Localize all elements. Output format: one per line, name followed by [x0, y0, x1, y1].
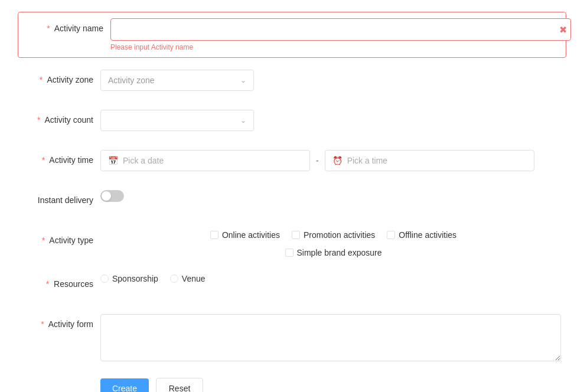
date-picker[interactable]: 📅 Pick a date [100, 150, 310, 171]
time-separator: - [316, 156, 319, 165]
activity-count-row: * Activity count ⌄ [18, 110, 566, 133]
resources-radio-group: Sponsorship Venue [100, 274, 205, 283]
radio-circle-sponsorship [100, 275, 109, 283]
resources-content: Sponsorship Venue [100, 274, 566, 283]
checkbox-box-offline [387, 231, 395, 239]
checkbox-simple-brand[interactable]: Simple brand exposure [285, 248, 382, 257]
activity-time-content: 📅 Pick a date - ⏰ Pick a time [100, 150, 566, 171]
time-placeholder: Pick a time [347, 156, 387, 165]
form-container: * Activity name ✖ Please input Activity … [0, 0, 584, 392]
radio-label-sponsorship: Sponsorship [112, 274, 158, 283]
checkbox-online[interactable]: Online activities [210, 230, 280, 240]
activity-form-textarea[interactable] [100, 314, 561, 361]
checkbox-label-online: Online activities [222, 230, 280, 240]
radio-venue[interactable]: Venue [170, 274, 205, 283]
resources-row: * Resources Sponsorship Venue [18, 274, 566, 298]
activity-count-dropdown[interactable]: ⌄ [100, 110, 254, 131]
activity-zone-label: * Activity zone [18, 70, 100, 84]
checkbox-label-simple-brand: Simple brand exposure [297, 248, 382, 257]
activity-type-row-1: Online activities Promotion activities O… [210, 230, 456, 240]
activity-zone-row: * Activity zone Activity zone ⌄ [18, 70, 566, 93]
activity-zone-content: Activity zone ⌄ [100, 70, 566, 91]
dropdown-arrow-icon-2: ⌄ [240, 116, 246, 125]
activity-form-content [100, 314, 566, 361]
activity-time-label: * Activity time [18, 150, 100, 165]
activity-name-input[interactable] [115, 20, 559, 39]
radio-circle-venue [170, 275, 178, 283]
toggle-knob [102, 191, 111, 201]
instant-delivery-row: Instant delivery [18, 190, 566, 214]
checkbox-box-promotion [292, 231, 300, 239]
activity-zone-dropdown[interactable]: Activity zone ⌄ [100, 70, 254, 91]
instant-delivery-toggle[interactable] [100, 190, 124, 202]
activity-zone-placeholder: Activity zone [108, 76, 155, 85]
activity-count-content: ⌄ [100, 110, 566, 131]
activity-name-error: Please input Activity name [110, 43, 571, 51]
calendar-icon: 📅 [108, 156, 118, 165]
checkbox-label-promotion: Promotion activities [304, 230, 375, 240]
reset-button[interactable]: Reset [156, 378, 203, 392]
checkbox-label-offline: Offline activities [399, 230, 456, 240]
activity-name-label: * Activity name [28, 18, 110, 33]
activity-type-row: * Activity type Online activities Promot… [18, 230, 566, 257]
create-button[interactable]: Create [100, 378, 149, 392]
activity-count-label: * Activity count [18, 110, 100, 125]
date-placeholder: Pick a date [123, 156, 164, 165]
time-picker[interactable]: ⏰ Pick a time [325, 150, 534, 171]
activity-type-content: Online activities Promotion activities O… [100, 230, 566, 257]
clock-icon: ⏰ [332, 156, 342, 165]
activity-type-label: * Activity type [18, 230, 100, 245]
activity-name-section: * Activity name ✖ Please input Activity … [18, 12, 566, 58]
dropdown-arrow-icon: ⌄ [240, 76, 246, 84]
activity-form-row: * Activity form [18, 314, 566, 361]
clear-icon[interactable]: ✖ [559, 24, 567, 35]
checkbox-promotion[interactable]: Promotion activities [292, 230, 375, 240]
instant-delivery-label: Instant delivery [18, 190, 100, 205]
activity-form-label: * Activity form [18, 314, 100, 329]
checkbox-offline[interactable]: Offline activities [387, 230, 456, 240]
activity-time-row: * Activity time 📅 Pick a date - ⏰ Pick a… [18, 150, 566, 174]
checkbox-box-online [210, 231, 218, 239]
checkbox-box-simple-brand [285, 249, 293, 257]
activity-name-input-wrapper: ✖ [110, 18, 571, 41]
radio-sponsorship[interactable]: Sponsorship [100, 274, 158, 283]
activity-type-row-2: Simple brand exposure [285, 248, 382, 257]
instant-delivery-content [100, 190, 566, 202]
required-star: * [47, 24, 50, 33]
radio-label-venue: Venue [182, 274, 205, 283]
resources-label: * Resources [18, 274, 100, 289]
instant-delivery-toggle-wrapper [100, 190, 124, 202]
activity-name-field-wrapper: ✖ Please input Activity name [110, 18, 571, 51]
button-row: Create Reset [100, 378, 566, 392]
